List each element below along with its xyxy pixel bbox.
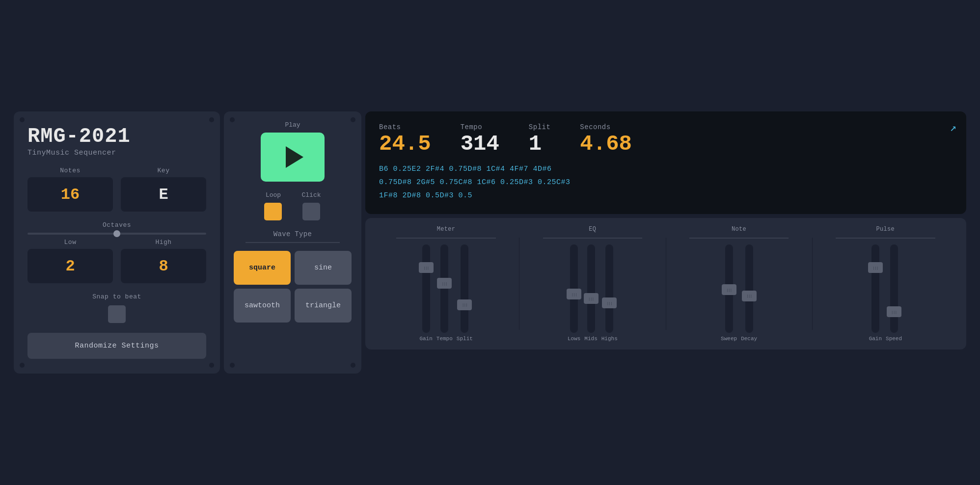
decay-slider-wrap: Decay — [741, 243, 757, 342]
pulse-speed-slider-thumb[interactable] — [887, 306, 901, 317]
sweep-slider-thumb[interactable] — [722, 284, 736, 295]
tempo-slider-wrap: Tempo — [436, 243, 453, 342]
corner-dot-br — [209, 363, 214, 368]
main-container: RMG-2021 TinyMusic Sequencer Notes 16 Ke… — [9, 107, 971, 378]
low-value[interactable]: 2 — [27, 249, 113, 283]
corner-dot-tr — [209, 117, 214, 122]
wave-underline — [245, 242, 340, 243]
eq-section: EQ Lows Mids — [521, 226, 663, 342]
code-line3: 1F#8 2D#8 0.5D#3 0.5 — [379, 189, 953, 202]
pulse-label: Pulse — [876, 226, 895, 233]
pulse-speed-slider-track[interactable] — [890, 244, 898, 333]
lows-label: Lows — [568, 336, 580, 342]
lows-slider-track[interactable] — [570, 244, 578, 333]
snap-section: Snap to beat — [27, 293, 206, 323]
gain-slider-track[interactable] — [422, 244, 430, 333]
octaves-slider[interactable] — [27, 233, 206, 235]
click-toggle[interactable] — [302, 203, 320, 220]
highs-slider-thumb[interactable] — [602, 297, 617, 308]
note-section: Note Sweep Decay — [668, 226, 810, 342]
seconds-value: 4.68 — [580, 133, 632, 155]
app-title: RMG-2021 — [27, 126, 206, 147]
note-sliders: Sweep Decay — [721, 243, 757, 342]
click-group: Click — [301, 191, 321, 220]
tempo-slider-thumb[interactable] — [437, 278, 452, 289]
beats-stat: Beats 24.5 — [379, 123, 431, 155]
left-panel: RMG-2021 TinyMusic Sequencer Notes 16 Ke… — [14, 111, 220, 374]
beats-value: 24.5 — [379, 133, 431, 155]
key-group: Key E — [121, 167, 206, 212]
pulse-gain-slider-thumb[interactable] — [868, 262, 883, 273]
notes-label: Notes — [27, 167, 113, 174]
loop-group: Loop — [264, 191, 282, 220]
play-button[interactable] — [261, 133, 325, 182]
split-slider-label: Split — [457, 336, 473, 342]
decay-slider-thumb[interactable] — [742, 291, 757, 301]
meter-label: Meter — [437, 226, 456, 233]
highs-slider-wrap: Highs — [601, 243, 618, 342]
play-section: Play — [261, 121, 325, 182]
mid-corner-bl — [230, 363, 235, 368]
wave-btn-sawtooth[interactable]: sawtooth — [234, 289, 291, 323]
pulse-underline — [836, 238, 935, 239]
highs-slider-track[interactable] — [605, 244, 613, 333]
randomize-button[interactable]: Randomize Settings — [27, 333, 206, 359]
pulse-gain-label: Gain — [869, 336, 882, 342]
mid-corner-br — [351, 363, 355, 368]
split-value: 1 — [529, 133, 551, 155]
gain-slider-thumb[interactable] — [419, 262, 434, 273]
wave-btn-square[interactable]: square — [234, 251, 291, 285]
app-header: RMG-2021 TinyMusic Sequencer — [27, 126, 206, 157]
play-label: Play — [285, 121, 300, 129]
loop-click-row: Loop Click — [264, 191, 321, 220]
divider-3 — [812, 238, 813, 330]
snap-label: Snap to beat — [92, 293, 141, 300]
lows-slider-thumb[interactable] — [567, 289, 581, 299]
beats-label: Beats — [379, 123, 431, 131]
wave-btn-sine[interactable]: sine — [295, 251, 352, 285]
divider-2 — [666, 238, 666, 330]
meter-underline — [396, 238, 495, 239]
external-link-icon[interactable]: ↗ — [950, 121, 956, 135]
eq-label: EQ — [589, 226, 596, 233]
low-high-row: Low 2 High 8 — [27, 239, 206, 283]
gain-label: Gain — [419, 336, 432, 342]
split-stat: Split 1 — [529, 123, 551, 155]
split-slider-thumb[interactable] — [457, 299, 472, 310]
wave-btn-triangle[interactable]: triangle — [295, 289, 352, 323]
key-label: Key — [121, 167, 206, 174]
display-stats: Beats 24.5 Tempo 314 Split 1 Seconds 4.6… — [379, 123, 953, 155]
split-slider-track[interactable] — [461, 244, 468, 333]
lows-slider-wrap: Lows — [568, 243, 580, 342]
key-value[interactable]: E — [121, 177, 206, 212]
loop-toggle[interactable] — [264, 203, 282, 220]
divider-1 — [519, 238, 519, 330]
wave-type-label: Wave Type — [234, 230, 352, 238]
seconds-label: Seconds — [580, 123, 632, 131]
meter-sliders: Gain Tempo Split — [419, 243, 472, 342]
middle-panel: Play Loop Click Wave Type square sine sa… — [224, 111, 361, 374]
code-line1: B6 0.25E2 2F#4 0.75D#8 1C#4 4F#7 4D#6 — [379, 162, 953, 176]
tempo-slider-track[interactable] — [440, 244, 448, 333]
decay-slider-track[interactable] — [745, 244, 753, 333]
octaves-slider-container — [27, 233, 206, 235]
sweep-label: Sweep — [721, 336, 737, 342]
meter-section: Meter Gain Tempo — [375, 226, 517, 342]
loop-label: Loop — [266, 191, 281, 199]
mids-slider-thumb[interactable] — [584, 293, 599, 304]
sweep-slider-track[interactable] — [725, 244, 733, 333]
sweep-slider-wrap: Sweep — [721, 243, 737, 342]
octaves-label: Octaves — [27, 221, 206, 229]
snap-toggle[interactable] — [108, 305, 126, 323]
display-box: ↗ Beats 24.5 Tempo 314 Split 1 Seconds 4… — [365, 111, 966, 214]
pulse-gain-slider-track[interactable] — [871, 244, 879, 333]
notes-value[interactable]: 16 — [27, 177, 113, 212]
mid-corner-tr — [351, 117, 355, 122]
mids-slider-wrap: Mids — [584, 243, 597, 342]
mids-slider-track[interactable] — [587, 244, 595, 333]
octaves-slider-thumb[interactable] — [113, 230, 120, 237]
tempo-slider-label: Tempo — [436, 336, 453, 342]
pulse-speed-slider-wrap: Speed — [886, 243, 902, 342]
note-label: Note — [732, 226, 746, 233]
high-value[interactable]: 8 — [121, 249, 206, 283]
